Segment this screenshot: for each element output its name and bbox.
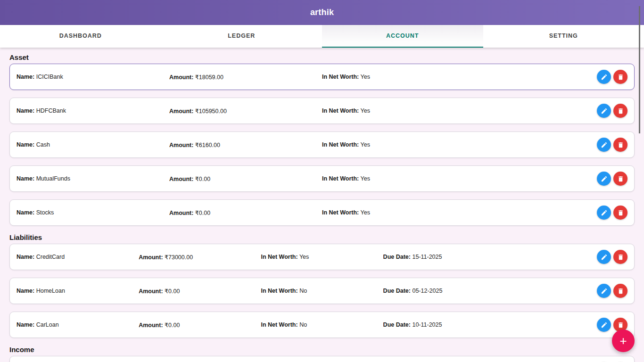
pencil-icon <box>601 209 608 216</box>
account-field: In Net Worth: No <box>261 321 383 328</box>
scrollbar-thumb[interactable] <box>639 6 640 133</box>
field-label: Name: <box>17 288 34 294</box>
app-header: arthik <box>0 0 644 25</box>
account-field: Amount: ₹18059.00 <box>169 74 322 81</box>
content-area: AssetName: ICICIBankAmount: ₹18059.00In … <box>0 53 644 362</box>
field-value: ₹6160.00 <box>195 142 220 148</box>
field-label: In Net Worth: <box>322 141 359 148</box>
card-actions <box>505 318 627 332</box>
section-title: Asset <box>9 53 635 61</box>
account-field: Name: CarLoan <box>17 321 139 328</box>
account-field: Name: Stocks <box>17 209 169 216</box>
card-actions <box>475 138 627 152</box>
tab-setting[interactable]: SETTING <box>483 25 644 48</box>
section-title: Income <box>9 346 635 354</box>
pencil-icon <box>601 175 608 182</box>
field-value: ICICIBank <box>36 74 63 80</box>
edit-button[interactable] <box>597 70 611 84</box>
tab-dashboard[interactable]: DASHBOARD <box>0 25 161 48</box>
field-label: Amount: <box>169 176 193 182</box>
field-label: Due Date: <box>383 288 411 294</box>
field-value: ₹0.00 <box>195 210 210 216</box>
tab-ledger[interactable]: LEDGER <box>161 25 322 48</box>
account-card: Name: HDFCBankAmount: ₹105950.00In Net W… <box>9 98 635 124</box>
pencil-icon <box>601 107 608 115</box>
field-label: Amount: <box>139 322 163 329</box>
account-field: Amount: ₹0.00 <box>139 321 261 329</box>
field-value: No <box>299 288 307 294</box>
field-label: In Net Worth: <box>322 175 359 182</box>
card-actions <box>475 172 627 186</box>
delete-button[interactable] <box>613 70 627 84</box>
section-title: Liabilities <box>9 233 635 241</box>
field-label: In Net Worth: <box>261 288 297 294</box>
account-field: Amount: ₹105950.00 <box>169 107 322 115</box>
field-label: Name: <box>17 141 34 148</box>
field-value: 15-11-2025 <box>412 254 442 260</box>
field-label: In Net Worth: <box>261 254 297 260</box>
field-value: CarLoan <box>36 321 59 328</box>
plus-icon: + <box>619 335 627 347</box>
field-value: Cash <box>36 141 50 148</box>
delete-button[interactable] <box>613 172 627 186</box>
account-field: Due Date: 05-12-2025 <box>383 288 505 294</box>
trash-icon <box>617 74 624 81</box>
field-label: Due Date: <box>383 254 411 260</box>
field-value: HomeLoan <box>36 288 65 294</box>
edit-button[interactable] <box>597 318 611 332</box>
field-value: MutualFunds <box>36 175 70 182</box>
edit-button[interactable] <box>597 284 611 298</box>
delete-button[interactable] <box>613 206 627 220</box>
account-card: Name: StocksAmount: ₹0.00In Net Worth: Y… <box>9 199 635 226</box>
pencil-icon <box>601 141 608 148</box>
field-value: ₹0.00 <box>195 176 210 182</box>
field-label: Name: <box>17 321 34 328</box>
field-value: 05-12-2025 <box>412 288 442 294</box>
trash-icon <box>617 321 624 329</box>
field-value: 10-11-2025 <box>412 321 442 328</box>
field-label: Name: <box>17 209 34 216</box>
account-field: Amount: ₹0.00 <box>169 175 322 182</box>
delete-button[interactable] <box>613 284 627 298</box>
field-value: Yes <box>360 74 370 80</box>
field-value: Yes <box>360 141 370 148</box>
card-actions <box>475 104 627 118</box>
edit-button[interactable] <box>597 172 611 186</box>
field-value: ₹18059.00 <box>195 74 223 81</box>
account-field: Name: HDFCBank <box>17 107 169 114</box>
field-label: Amount: <box>169 142 193 148</box>
field-label: Amount: <box>139 288 163 295</box>
delete-button[interactable] <box>613 250 627 264</box>
field-value: Stocks <box>36 209 54 216</box>
field-value: ₹105950.00 <box>195 108 227 115</box>
edit-button[interactable] <box>597 104 611 118</box>
card-actions <box>505 284 627 298</box>
delete-button[interactable] <box>613 104 627 118</box>
account-field: In Net Worth: Yes <box>322 209 475 216</box>
field-label: Amount: <box>169 210 193 216</box>
field-label: Name: <box>17 107 34 114</box>
field-label: Due Date: <box>383 321 411 328</box>
edit-button[interactable] <box>597 138 611 152</box>
field-value: CreditCard <box>36 254 65 260</box>
account-card <box>9 356 635 362</box>
account-field: In Net Worth: Yes <box>322 107 475 114</box>
account-field: Due Date: 15-11-2025 <box>383 254 505 260</box>
edit-button[interactable] <box>597 206 611 220</box>
app-root: arthik DASHBOARDLEDGERACCOUNTSETTING Ass… <box>0 0 644 362</box>
field-value: Yes <box>360 209 370 216</box>
delete-button[interactable] <box>613 138 627 152</box>
trash-icon <box>617 107 624 115</box>
edit-button[interactable] <box>597 250 611 264</box>
account-card: Name: HomeLoanAmount: ₹0.00In Net Worth:… <box>9 278 635 304</box>
tab-account[interactable]: ACCOUNT <box>322 25 483 48</box>
account-field: Due Date: 10-11-2025 <box>383 321 505 328</box>
account-field: Name: Cash <box>17 141 169 148</box>
trash-icon <box>617 209 624 216</box>
account-field: In Net Worth: Yes <box>322 74 475 80</box>
account-card: Name: CarLoanAmount: ₹0.00In Net Worth: … <box>9 312 635 338</box>
field-value: ₹73000.00 <box>165 254 193 261</box>
field-label: Name: <box>17 254 34 260</box>
add-account-fab[interactable]: + <box>612 329 635 352</box>
tab-bar: DASHBOARDLEDGERACCOUNTSETTING <box>0 25 644 48</box>
